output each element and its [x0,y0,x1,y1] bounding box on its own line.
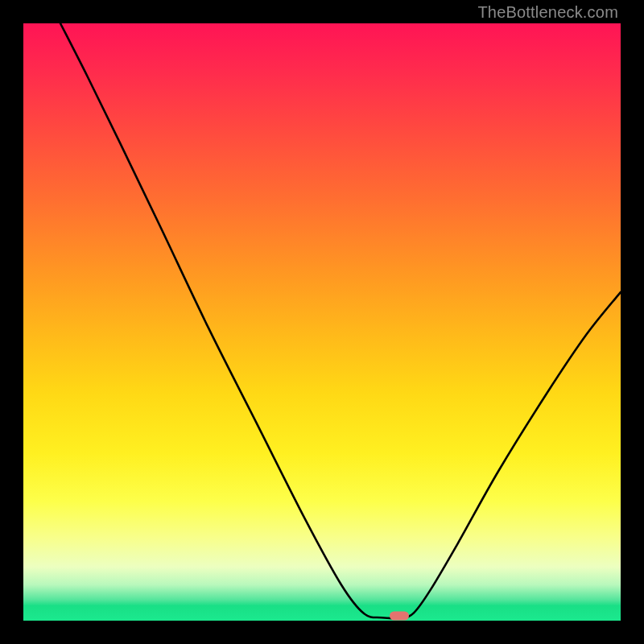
optimal-marker [390,612,409,621]
watermark-text: TheBottleneck.com [477,3,618,22]
bottleneck-curve [23,23,621,621]
plot-area [23,23,621,621]
chart-frame: TheBottleneck.com [0,0,644,644]
